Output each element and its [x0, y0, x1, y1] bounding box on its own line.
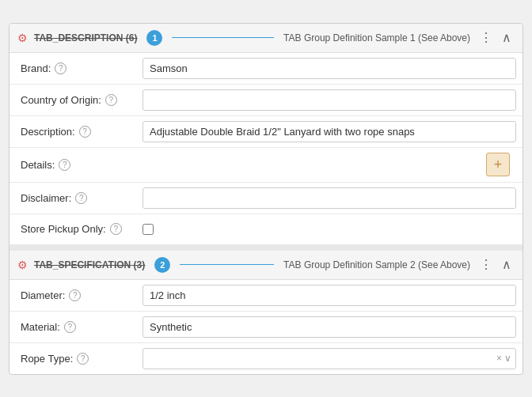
diameter-input[interactable] [142, 285, 516, 306]
country-row: Country of Origin: ? [10, 85, 522, 116]
store-pickup-label: Store Pickup Only: ? [10, 217, 136, 241]
rope-type-select-wrapper: × ∨ [142, 348, 516, 369]
description-help-icon[interactable]: ? [79, 126, 91, 138]
diameter-row: Diameter: ? [10, 280, 522, 312]
rope-type-select[interactable] [142, 348, 516, 369]
country-value [136, 85, 522, 115]
details-row: Details: ? + [10, 148, 522, 183]
section2-actions: ⋮ ∧ [477, 257, 515, 273]
store-pickup-checkbox[interactable] [142, 224, 154, 235]
brand-row: Brand: ? [10, 53, 522, 85]
gear-icon-1: ⚙ [17, 32, 28, 44]
brand-help-icon[interactable]: ? [55, 62, 66, 74]
details-help-icon[interactable]: ? [59, 159, 70, 171]
section2-title: TAB_SPECIFICATION (3) [34, 259, 145, 270]
section1-actions: ⋮ ∧ [477, 30, 515, 46]
brand-value [136, 53, 522, 84]
description-value [136, 116, 522, 147]
main-container: ⚙ TAB_DESCRIPTION (6) 1 TAB Group Defini… [9, 23, 523, 375]
section2-collapse-button[interactable]: ∧ [499, 257, 515, 273]
section1-badge: 1 [146, 30, 162, 46]
section2-header[interactable]: ⚙ TAB_SPECIFICATION (3) 2 TAB Group Defi… [10, 251, 522, 280]
connector-line-1 [172, 37, 274, 38]
section1-header[interactable]: ⚙ TAB_DESCRIPTION (6) 1 TAB Group Defini… [10, 24, 522, 53]
material-help-icon[interactable]: ? [64, 321, 76, 333]
details-label: Details: ? [10, 153, 136, 177]
section1-label: TAB Group Definition Sample 1 (See Above… [283, 32, 470, 43]
section2-fields: Diameter: ? Material: ? Rope Type: ? [10, 280, 522, 374]
material-value [136, 312, 522, 342]
material-input[interactable] [142, 316, 516, 338]
disclaimer-input[interactable] [142, 187, 516, 209]
country-input[interactable] [142, 89, 516, 111]
diameter-value [136, 280, 522, 311]
disclaimer-value [136, 183, 522, 214]
material-label: Material: ? [10, 315, 136, 339]
disclaimer-help-icon[interactable]: ? [75, 192, 87, 204]
brand-label: Brand: ? [10, 56, 136, 81]
section-divider [10, 244, 522, 251]
section1-more-button[interactable]: ⋮ [477, 30, 496, 46]
store-pickup-checkbox-wrapper [142, 224, 516, 235]
description-row: Description: ? [10, 116, 522, 148]
details-value: + [136, 148, 522, 181]
section1-title: TAB_DESCRIPTION (6) [34, 32, 137, 43]
disclaimer-row: Disclaimer: ? [10, 183, 522, 214]
store-pickup-help-icon[interactable]: ? [110, 223, 122, 235]
section1-fields: Brand: ? Country of Origin: ? Descriptio… [10, 53, 522, 244]
description-input[interactable] [142, 121, 516, 142]
rope-type-value: × ∨ [136, 343, 522, 374]
rope-type-help-icon[interactable]: ? [77, 353, 89, 365]
section2-badge: 2 [154, 257, 170, 273]
disclaimer-label: Disclaimer: ? [10, 186, 136, 210]
country-help-icon[interactable]: ? [105, 94, 117, 106]
store-pickup-value [136, 219, 522, 240]
material-row: Material: ? [10, 312, 522, 343]
brand-input[interactable] [142, 58, 516, 79]
section1-collapse-button[interactable]: ∧ [499, 30, 515, 46]
diameter-label: Diameter: ? [10, 283, 136, 308]
store-pickup-row: Store Pickup Only: ? [10, 214, 522, 244]
details-add-button[interactable]: + [486, 153, 510, 176]
diameter-help-icon[interactable]: ? [69, 289, 81, 301]
connector-line-2 [180, 264, 274, 265]
section2-more-button[interactable]: ⋮ [477, 257, 496, 273]
section2-label: TAB Group Definition Sample 2 (See Above… [283, 259, 470, 270]
country-label: Country of Origin: ? [10, 88, 136, 112]
description-label: Description: ? [10, 119, 136, 144]
rope-type-label: Rope Type: ? [10, 346, 136, 371]
rope-type-row: Rope Type: ? × ∨ [10, 343, 522, 374]
gear-icon-2: ⚙ [17, 259, 28, 271]
